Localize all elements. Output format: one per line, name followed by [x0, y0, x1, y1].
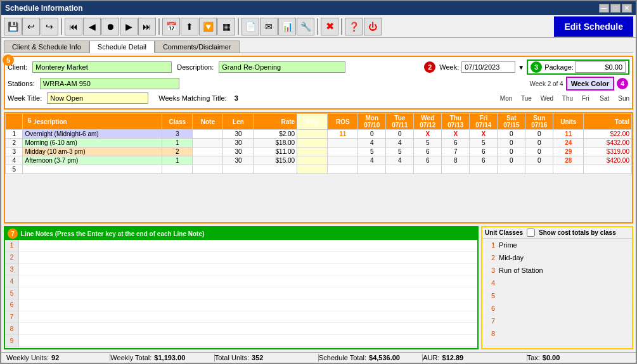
show-cost-checkbox[interactable]	[527, 229, 535, 237]
save-button[interactable]: 💾	[4, 18, 22, 35]
line-num-cell: 8	[5, 323, 18, 335]
edit-schedule-button[interactable]: Edit Schedule	[554, 16, 633, 37]
filter-button[interactable]: 🔽	[199, 18, 217, 35]
status-total-units: Total Units: 352	[215, 354, 318, 361]
main-area: Client & Schedule Info Schedule Detail C…	[1, 38, 636, 352]
record-button[interactable]: ⏺	[101, 18, 119, 35]
unit-class-num: 4	[485, 279, 495, 287]
circle-5: 5	[3, 54, 14, 66]
prev-button[interactable]: ◀	[83, 18, 101, 35]
unit-class-row[interactable]: 1Prime	[482, 239, 632, 251]
line-note-input[interactable]	[19, 323, 477, 334]
tabs: Client & Schedule Info Schedule Detail C…	[4, 41, 633, 53]
tax-value: $0.00	[543, 354, 560, 361]
desc-input[interactable]	[219, 61, 345, 73]
tab-schedule-detail[interactable]: Schedule Detail	[89, 41, 155, 53]
toolbar: 💾 ↩ ↪ ⏮ ◀ ⏺ ▶ ⏭ 📅 ⬆ 🔽 ▦ 📄 ✉ 📊 🔧 ✖ ❓	[1, 15, 636, 38]
up-button[interactable]: ⬆	[181, 18, 198, 35]
schedule-grid: 6 Description Class Note Len Rate Pkg RO…	[4, 112, 633, 223]
tools-button[interactable]: 🔧	[297, 18, 314, 35]
line-note-input[interactable]	[19, 264, 477, 275]
delete-button[interactable]: ✖	[321, 18, 338, 35]
redo-button[interactable]: ↪	[41, 18, 58, 35]
unit-class-row[interactable]: 6	[482, 302, 632, 315]
table-row[interactable]: 5	[6, 165, 632, 174]
undo-button[interactable]: ↩	[22, 18, 40, 35]
circle-6: 6	[23, 115, 35, 126]
line-num-cell: 2	[5, 252, 18, 264]
minimize-button[interactable]: —	[599, 4, 609, 13]
unit-class-row[interactable]: 8	[482, 327, 632, 340]
main-window: Schedule Information — □ ✕ 💾 ↩ ↪ ⏮ ◀ ⏺ ▶…	[0, 0, 637, 364]
calendar-button[interactable]: 📅	[162, 18, 180, 35]
toolbar-group-1: 💾 ↩ ↪	[4, 18, 58, 35]
line-note-input[interactable]	[19, 299, 477, 311]
status-bar: Weekly Units: 92 Weekly Total: $1,193.00…	[1, 352, 636, 363]
col-len-header: Len	[223, 114, 254, 130]
table-row[interactable]: 1Overnight (Midnight-6 am)330$2.001100XX…	[6, 130, 632, 139]
last-button[interactable]: ⏭	[138, 18, 156, 35]
pdf-button[interactable]: 📄	[241, 18, 259, 35]
tab-comments[interactable]: Comments/Disclaimer	[155, 41, 240, 53]
unit-class-row[interactable]: 5	[482, 289, 632, 302]
schedule-total-value: $4,536.00	[369, 354, 400, 361]
status-tax: Tax: $0.00	[527, 354, 631, 361]
schedule-table: 6 Description Class Note Len Rate Pkg RO…	[5, 113, 632, 174]
line-note-input[interactable]	[19, 252, 477, 263]
col-pkg-header: Pkg	[297, 114, 328, 130]
grid-button[interactable]: ▦	[217, 18, 235, 35]
col-total-header: Total	[584, 114, 632, 130]
tab-client-schedule[interactable]: Client & Schedule Info	[4, 41, 89, 53]
toolbar-group-3: 📅 ⬆ 🔽 ▦	[162, 18, 235, 35]
grid-container[interactable]: 6 Description Class Note Len Rate Pkg RO…	[5, 113, 632, 222]
window-title: Schedule Information	[5, 4, 83, 13]
circle-3: 3	[531, 61, 542, 73]
line-num-cell: 6	[5, 299, 18, 311]
email-button[interactable]: ✉	[260, 18, 278, 35]
table-row[interactable]: 2Morning (6-10 am)130$18.00445650024$432…	[6, 139, 632, 147]
close-button[interactable]: ✕	[622, 4, 632, 13]
line-input-column	[19, 240, 477, 347]
table-header-row: 6 Description Class Note Len Rate Pkg RO…	[6, 114, 632, 130]
dropdown-arrow[interactable]: ▼	[518, 64, 524, 71]
unit-class-num: 6	[485, 304, 495, 312]
weekly-units-label: Weekly Units:	[6, 354, 49, 361]
unit-classes-title: Unit Classes	[485, 229, 523, 236]
line-note-input[interactable]	[19, 335, 477, 346]
package-input[interactable]	[575, 61, 626, 73]
line-note-input[interactable]	[19, 240, 477, 251]
unit-class-row[interactable]: 7	[482, 315, 632, 327]
col-wed-header: Wed07/12	[414, 114, 442, 130]
chart-button[interactable]: 📊	[278, 18, 296, 35]
unit-class-row[interactable]: 2Mid-day	[482, 251, 632, 264]
line-num-cell: 9	[5, 335, 18, 347]
power-button[interactable]: ⏻	[364, 18, 382, 35]
unit-class-row[interactable]: 4	[482, 277, 632, 289]
line-num-cell: 3	[5, 264, 18, 276]
total-units-value: 352	[252, 354, 263, 361]
line-note-input[interactable]	[19, 311, 477, 323]
help-button[interactable]: ❓	[345, 18, 363, 35]
col-ros-header: ROS	[328, 114, 358, 130]
table-row[interactable]: 3Midday (10 am-3 pm)230$11.00556760029$3…	[6, 147, 632, 156]
week-color-button[interactable]: Week Color	[566, 77, 614, 91]
next-button[interactable]: ▶	[120, 18, 138, 35]
line-note-input[interactable]	[19, 287, 477, 299]
week-title-input[interactable]	[47, 92, 148, 104]
unit-class-row[interactable]: 3Run of Station	[482, 264, 632, 277]
week-input[interactable]	[461, 61, 515, 73]
maximize-button[interactable]: □	[610, 4, 621, 13]
line-notes-body: 123456789	[5, 240, 477, 347]
unit-class-num: 1	[485, 241, 495, 249]
client-input[interactable]	[32, 61, 172, 73]
table-row[interactable]: 4Afternoon (3-7 pm)130$15.00446860028$42…	[6, 156, 632, 165]
line-note-input[interactable]	[19, 275, 477, 287]
stations-input[interactable]	[40, 78, 179, 89]
line-notes-header: 7 Line Notes (Press the Enter key at the…	[5, 227, 477, 240]
first-button[interactable]: ⏮	[65, 18, 82, 35]
col-thu-header: Thu07/13	[442, 114, 470, 130]
stations-label: Stations:	[8, 80, 35, 87]
separator-2	[158, 18, 160, 35]
weeks-matching-label: Weeks Matching Title:	[158, 94, 226, 102]
top-section: 5 Client: Description: 2 Week: ▼ 3 Packa…	[4, 56, 633, 110]
